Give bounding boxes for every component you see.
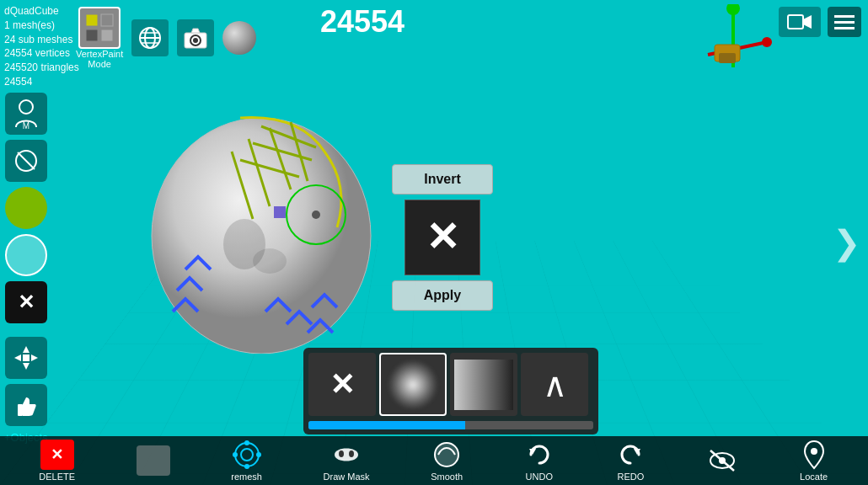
svg-point-21 — [19, 100, 33, 114]
svg-rect-0 — [86, 14, 98, 26]
video-camera-button[interactable] — [779, 7, 821, 37]
svg-point-44 — [235, 443, 259, 466]
vertex-count: 24554 vertices — [4, 46, 79, 61]
svg-point-59 — [811, 448, 817, 455]
invert-apply-panel: Invert ✕ Apply — [392, 164, 493, 311]
menu-line-2 — [834, 21, 855, 24]
undo-label: UNDO — [526, 472, 553, 482]
svg-point-47 — [244, 464, 249, 469]
noise-brush-button[interactable] — [379, 353, 447, 416]
globe-button[interactable] — [131, 19, 169, 56]
svg-point-48 — [233, 452, 238, 457]
svg-marker-28 — [31, 354, 38, 361]
svg-rect-1 — [101, 14, 113, 26]
eye-slash-icon — [707, 445, 737, 476]
vertex-paint-container: VertexPaint Mode — [76, 7, 123, 69]
top-icon-row: VertexPaint Mode — [76, 7, 256, 69]
svg-rect-18 — [719, 53, 736, 63]
svg-rect-19 — [788, 15, 803, 29]
mode-label: Mode — [88, 59, 111, 69]
menu-line-3 — [834, 27, 855, 29]
sub-meshes: 24 sub meshes — [4, 33, 79, 47]
svg-rect-3 — [101, 29, 113, 41]
mesh-thumb-item[interactable] — [137, 445, 170, 476]
top-counter: 24554 — [320, 4, 405, 40]
green-circle-tool[interactable] — [5, 187, 47, 229]
chevron-brush-icon: ∧ — [543, 365, 567, 404]
svg-point-45 — [241, 449, 253, 461]
x-brush-button[interactable]: ✕ — [308, 353, 376, 416]
svg-line-24 — [18, 152, 35, 169]
smooth-label: Smooth — [431, 472, 463, 482]
svg-point-16 — [762, 37, 772, 47]
move-tool-button[interactable] — [5, 337, 47, 379]
vertex-paint-icon[interactable] — [78, 7, 121, 49]
svg-point-14 — [726, 4, 740, 15]
x-brush-icon: ✕ — [330, 367, 355, 402]
svg-point-43 — [253, 248, 287, 274]
mesh-thumb-icon — [137, 445, 170, 476]
brush-panel: ✕ ∧ — [303, 348, 598, 434]
redo-item[interactable]: REDO — [615, 440, 646, 482]
app-title: dQuadCube — [4, 4, 79, 19]
svg-point-49 — [256, 452, 261, 457]
sphere-thumbnail — [222, 21, 256, 55]
svg-marker-20 — [803, 15, 812, 29]
left-toolbar: M ✕ +Objects — [4, 93, 48, 444]
svg-rect-30 — [18, 404, 23, 416]
delete-x-symbol: ✕ — [51, 445, 63, 464]
smooth-icon — [431, 440, 462, 470]
brush-slider-fill — [308, 421, 465, 429]
slash-tool-button[interactable] — [5, 140, 47, 182]
svg-marker-25 — [23, 346, 29, 353]
x-symbol: ✕ — [18, 290, 35, 314]
like-tool-button[interactable] — [5, 384, 47, 426]
svg-marker-27 — [14, 354, 21, 361]
apply-button[interactable]: Apply — [392, 280, 493, 311]
chevron-brush-button[interactable]: ∧ — [521, 353, 588, 416]
locate-item[interactable]: Locate — [799, 440, 829, 482]
info-panel: dQuadCube 1 mesh(es) 24 sub meshes 24554… — [4, 4, 79, 89]
menu-button[interactable] — [828, 7, 861, 37]
brush-slider[interactable] — [308, 421, 593, 429]
gradient-brush-icon — [454, 360, 513, 410]
svg-rect-41 — [274, 206, 286, 218]
svg-text:M: M — [23, 121, 29, 129]
brush-row: ✕ ∧ — [308, 353, 593, 416]
redo-icon — [615, 440, 646, 470]
bottom-toolbar: ✕ DELETE remesh Dra — [0, 436, 868, 485]
draw-mask-label: Draw Mask — [324, 472, 370, 482]
redo-label: REDO — [617, 472, 644, 482]
invert-button[interactable]: Invert — [392, 164, 493, 195]
triangle-count: 245520 triangles — [4, 61, 79, 75]
mask-x-icon: ✕ — [426, 217, 459, 258]
draw-mask-item[interactable]: Draw Mask — [324, 440, 370, 482]
draw-mask-icon — [331, 440, 362, 470]
svg-point-51 — [349, 450, 354, 457]
user-tool-button[interactable]: M — [5, 93, 47, 135]
vertex-paint-label: VertexPaint — [76, 49, 123, 59]
svg-marker-26 — [23, 363, 29, 370]
remesh-label: remesh — [231, 472, 262, 482]
svg-point-46 — [244, 440, 249, 445]
svg-rect-29 — [23, 354, 29, 361]
camera-button[interactable] — [177, 19, 214, 56]
right-nav-arrow[interactable]: ❯ — [833, 223, 861, 262]
delete-icon: ✕ — [40, 440, 74, 470]
ring-circle-tool[interactable] — [5, 234, 47, 276]
gradient-brush-button[interactable] — [450, 353, 517, 416]
menu-line-1 — [834, 15, 855, 18]
undo-item[interactable]: UNDO — [524, 440, 555, 482]
smooth-tool-item[interactable]: Smooth — [431, 440, 463, 482]
black-x-tool[interactable]: ✕ — [5, 281, 47, 323]
hide-item[interactable] — [707, 445, 737, 476]
remesh-icon — [232, 440, 262, 470]
3d-mesh-object[interactable] — [131, 109, 383, 354]
mask-preview: ✕ — [405, 200, 480, 275]
svg-marker-12 — [191, 29, 200, 33]
delete-tool-item[interactable]: ✕ DELETE — [39, 440, 75, 482]
svg-point-11 — [193, 38, 198, 43]
remesh-tool-item[interactable]: remesh — [231, 440, 262, 482]
delete-label: DELETE — [39, 472, 75, 482]
noise-brush-icon — [388, 360, 438, 410]
